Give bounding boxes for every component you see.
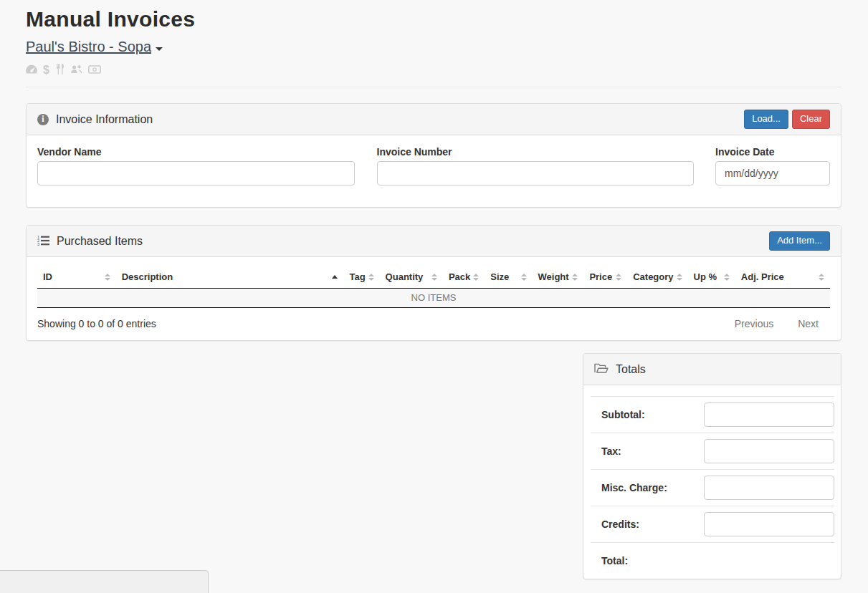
total-row: Total: (591, 542, 834, 579)
users-icon[interactable] (70, 64, 82, 76)
credits-label: Credits: (601, 519, 639, 530)
sort-icon (431, 274, 437, 281)
invoice-date-label: Invoice Date (715, 146, 830, 158)
items-table-header-row: ID Description Tag Quantity Pack Size We… (37, 268, 830, 289)
misc-charge-row: Misc. Charge: (591, 469, 834, 506)
column-label: Quantity (386, 271, 424, 282)
tax-input[interactable] (704, 439, 834, 463)
column-header-pack[interactable]: Pack (443, 268, 485, 289)
column-header-tag[interactable]: Tag (343, 268, 379, 289)
column-label: Description (122, 271, 173, 282)
sort-icon (724, 274, 730, 281)
utensils-icon[interactable] (55, 64, 65, 77)
caret-down-icon (156, 47, 163, 51)
totals-panel: Totals Subtotal: Tax: Misc. Charge: Cred… (583, 353, 841, 579)
empty-message: NO ITEMS (37, 289, 830, 308)
partial-panel-heading (0, 570, 209, 593)
purchased-items-panel: 123 Purchased Items Add Item... ID Descr… (26, 225, 841, 341)
misc-charge-input[interactable] (704, 476, 834, 500)
column-header-category[interactable]: Category (627, 268, 687, 289)
dollar-icon[interactable]: $ (43, 65, 49, 75)
money-icon[interactable] (88, 64, 101, 76)
invoice-number-input[interactable] (377, 161, 695, 185)
column-label: Weight (538, 271, 569, 282)
table-info-text: Showing 0 to 0 of 0 entries (37, 318, 156, 329)
subtotal-row: Subtotal: (591, 396, 834, 433)
column-label: Tag (349, 271, 365, 282)
pagination-next[interactable]: Next (798, 318, 819, 329)
invoice-information-panel: i Invoice Information Load... Clear Vend… (26, 103, 841, 208)
invoice-information-body: Vendor Name Invoice Number Invoice Date (27, 135, 841, 207)
vendor-name-input[interactable] (37, 161, 355, 185)
vendor-name-label: Vendor Name (37, 146, 355, 158)
column-header-up-percent[interactable]: Up % (688, 268, 735, 289)
column-label: Up % (694, 271, 717, 282)
svg-text:3: 3 (37, 242, 39, 246)
subtotal-input[interactable] (704, 402, 834, 427)
add-item-button[interactable]: Add Item... (769, 231, 830, 250)
sort-asc-icon (332, 275, 338, 279)
vendor-name-group: Vendor Name (37, 146, 355, 185)
folder-open-icon (594, 362, 609, 376)
column-label: Adj. Price (741, 271, 784, 282)
purchased-items-body: ID Description Tag Quantity Pack Size We… (27, 257, 841, 340)
column-label: Size (490, 271, 509, 282)
invoice-date-input[interactable] (715, 161, 830, 185)
sort-icon (368, 274, 374, 281)
page-container: Manual Invoices Paul's Bistro - Sopa $ i… (0, 0, 868, 579)
column-label: Price (589, 271, 612, 282)
sort-icon (819, 274, 824, 281)
totals-body: Subtotal: Tax: Misc. Charge: Credits: To… (583, 385, 841, 579)
purchased-items-title: Purchased Items (57, 235, 143, 248)
credits-row: Credits: (591, 506, 834, 542)
column-label: ID (43, 271, 52, 282)
pagination-previous[interactable]: Previous (735, 318, 773, 329)
column-header-adj-price[interactable]: Adj. Price (735, 268, 830, 289)
empty-table-row: NO ITEMS (37, 289, 830, 308)
sort-icon (521, 274, 527, 281)
invoice-number-group: Invoice Number (377, 146, 695, 185)
column-label: Pack (449, 271, 470, 282)
sort-icon (473, 274, 479, 281)
column-header-quantity[interactable]: Quantity (380, 268, 443, 289)
total-label: Total: (601, 555, 628, 567)
column-header-price[interactable]: Price (583, 268, 627, 289)
column-header-description[interactable]: Description (116, 268, 344, 289)
credits-input[interactable] (704, 512, 834, 536)
sort-icon (677, 274, 682, 281)
list-ol-icon: 123 (37, 235, 49, 248)
quick-nav-icons: $ (26, 64, 841, 76)
tax-label: Tax: (601, 445, 621, 457)
dashboard-icon[interactable] (26, 64, 37, 77)
totals-title: Totals (616, 363, 646, 376)
page-title: Manual Invoices (26, 7, 841, 32)
info-circle-icon: i (37, 114, 49, 125)
restaurant-selector[interactable]: Paul's Bistro - Sopa (26, 39, 841, 55)
column-label: Category (633, 271, 673, 282)
tax-row: Tax: (591, 433, 834, 469)
load-button[interactable]: Load... (744, 110, 788, 128)
purchased-items-heading: 123 Purchased Items Add Item... (27, 226, 841, 257)
misc-charge-label: Misc. Charge: (601, 482, 667, 493)
subtotal-label: Subtotal: (601, 409, 645, 420)
sort-icon (105, 274, 110, 281)
header-divider (26, 87, 841, 87)
pagination: Previous Next (735, 318, 830, 329)
invoice-date-group: Invoice Date (715, 146, 830, 185)
invoice-information-heading: i Invoice Information Load... Clear (27, 104, 841, 135)
column-header-id[interactable]: ID (37, 268, 116, 289)
clear-button[interactable]: Clear (792, 110, 830, 128)
sort-icon (572, 274, 578, 281)
column-header-size[interactable]: Size (485, 268, 532, 289)
invoice-number-label: Invoice Number (377, 146, 695, 158)
sort-icon (616, 274, 621, 281)
restaurant-link[interactable]: Paul's Bistro - Sopa (26, 39, 151, 54)
totals-heading: Totals (583, 354, 841, 385)
items-table: ID Description Tag Quantity Pack Size We… (37, 268, 830, 308)
column-header-weight[interactable]: Weight (533, 268, 584, 289)
invoice-information-title: Invoice Information (56, 113, 153, 126)
